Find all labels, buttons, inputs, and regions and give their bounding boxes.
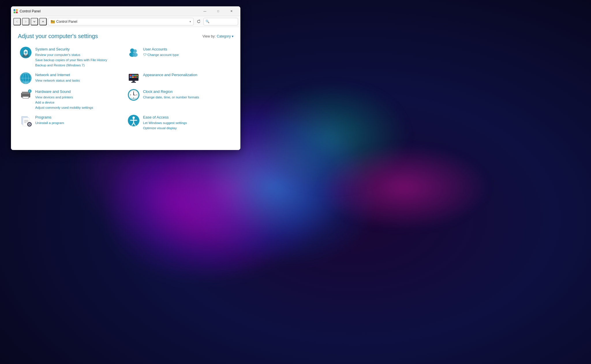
address-input[interactable]: Control Panel ▾: [48, 18, 194, 25]
programs-title[interactable]: Programs: [35, 115, 64, 120]
user-accounts-icon: [128, 46, 140, 59]
hardware-sound-link-0[interactable]: View devices and printers: [35, 95, 93, 100]
window-icon: [13, 9, 18, 14]
category-programs[interactable]: Programs Uninstall a program: [18, 113, 126, 132]
close-button[interactable]: ✕: [225, 6, 238, 16]
page-title: Adjust your computer's settings: [18, 33, 98, 40]
categories-grid: System and Security Review your computer…: [18, 45, 233, 132]
svg-rect-35: [131, 82, 136, 83]
hardware-sound-link-2[interactable]: Adjust commonly used mobility settings: [35, 105, 93, 110]
svg-rect-10: [23, 55, 29, 57]
address-text: Control Panel: [56, 20, 77, 24]
user-accounts-link-0[interactable]: 🛡 Change account type: [143, 52, 179, 57]
network-internet-link-0[interactable]: View network status and tasks: [35, 78, 80, 83]
content-area: Adjust your computer's settings View by:…: [11, 27, 240, 150]
window-controls: — □ ✕: [198, 6, 238, 16]
control-panel-window: Control Panel — □ ✕: [11, 6, 240, 150]
svg-rect-2: [14, 12, 15, 13]
clock-region-icon: [128, 89, 140, 101]
svg-rect-1: [16, 9, 18, 11]
address-chevron-icon[interactable]: ▾: [190, 20, 191, 23]
address-bar: Control Panel ▾ 🔍: [11, 16, 240, 27]
ease-of-access-link-0[interactable]: Let Windows suggest settings: [143, 121, 187, 125]
svg-rect-33: [130, 78, 138, 80]
view-by-label: View by:: [203, 34, 216, 38]
svg-rect-39: [23, 97, 28, 98]
svg-point-51: [133, 95, 134, 95]
view-by-control: View by: Category ▾: [203, 34, 233, 38]
svg-rect-27: [134, 75, 136, 76]
up-button[interactable]: [39, 18, 47, 25]
page-header: Adjust your computer's settings View by:…: [18, 33, 233, 40]
clock-region-link-0[interactable]: Change date, time, or number formats: [143, 95, 199, 100]
clock-region-title[interactable]: Clock and Region: [143, 89, 199, 94]
svg-rect-0: [14, 9, 15, 11]
category-appearance[interactable]: Appearance and Personalization: [126, 71, 234, 85]
title-bar: Control Panel — □ ✕: [11, 6, 240, 16]
ease-of-access-text: Ease of Access Let Windows suggest setti…: [143, 115, 187, 130]
svg-point-15: [132, 53, 138, 57]
svg-point-40: [28, 89, 31, 93]
hardware-sound-title[interactable]: Hardware and Sound: [35, 89, 93, 94]
programs-text: Programs Uninstall a program: [35, 115, 64, 125]
system-security-title[interactable]: System and Security: [35, 47, 107, 52]
user-accounts-text: User Accounts 🛡 Change account type: [143, 46, 179, 57]
ease-of-access-link-1[interactable]: Optimize visual display: [143, 126, 187, 130]
window-title: Control Panel: [20, 9, 198, 13]
network-internet-title[interactable]: Network and Internet: [35, 73, 80, 78]
svg-rect-29: [130, 76, 132, 78]
category-network-internet[interactable]: Network and Internet View network status…: [18, 71, 126, 85]
programs-link-0[interactable]: Uninstall a program: [35, 121, 64, 125]
hardware-sound-text: Hardware and Sound View devices and prin…: [35, 89, 93, 110]
svg-rect-7: [53, 21, 54, 22]
svg-rect-6: [51, 21, 53, 22]
appearance-icon: [128, 72, 140, 84]
category-user-accounts[interactable]: User Accounts 🛡 Change account type: [126, 45, 234, 69]
network-internet-text: Network and Internet View network status…: [35, 72, 80, 83]
minimize-button[interactable]: —: [198, 6, 212, 16]
address-folder-icon: [51, 19, 55, 24]
network-internet-icon: [20, 72, 32, 84]
svg-rect-25: [130, 75, 132, 76]
appearance-title[interactable]: Appearance and Personalization: [143, 73, 197, 78]
recent-locations-button[interactable]: [31, 18, 38, 25]
ease-of-access-icon: [128, 115, 140, 127]
category-hardware-sound[interactable]: Hardware and Sound View devices and prin…: [18, 88, 126, 111]
ease-of-access-title[interactable]: Ease of Access: [143, 115, 187, 120]
svg-rect-26: [132, 75, 134, 76]
svg-point-14: [133, 49, 137, 53]
hardware-sound-link-1[interactable]: Add a device: [35, 100, 93, 105]
system-security-link-2[interactable]: Backup and Restore (Windows 7): [35, 63, 107, 67]
svg-rect-28: [136, 75, 138, 76]
search-icon: 🔍: [205, 20, 210, 23]
appearance-text: Appearance and Personalization: [143, 72, 197, 78]
svg-rect-30: [132, 76, 134, 78]
search-box[interactable]: 🔍: [203, 18, 238, 25]
svg-rect-32: [136, 76, 138, 78]
category-system-security[interactable]: System and Security Review your computer…: [18, 45, 126, 69]
svg-point-11: [25, 51, 27, 54]
svg-rect-22: [23, 82, 25, 82]
clock-region-text: Clock and Region Change date, time, or n…: [143, 89, 199, 100]
system-security-text: System and Security Review your computer…: [35, 46, 107, 67]
refresh-button[interactable]: [195, 18, 202, 25]
forward-button[interactable]: [22, 18, 29, 25]
svg-rect-34: [132, 81, 135, 82]
category-clock-region[interactable]: Clock and Region Change date, time, or n…: [126, 88, 234, 111]
maximize-button[interactable]: □: [212, 6, 225, 16]
system-security-link-0[interactable]: Review your computer's status: [35, 52, 107, 57]
back-button[interactable]: [13, 18, 21, 25]
svg-rect-5: [51, 20, 53, 21]
system-security-icon: [20, 46, 32, 59]
svg-rect-31: [134, 76, 136, 78]
programs-icon: [20, 115, 32, 127]
category-ease-of-access[interactable]: Ease of Access Let Windows suggest setti…: [126, 113, 234, 132]
svg-rect-3: [16, 12, 18, 13]
system-security-link-1[interactable]: Save backup copies of your files with Fi…: [35, 58, 107, 62]
view-by-dropdown[interactable]: Category ▾: [217, 34, 233, 38]
hardware-sound-icon: [20, 89, 32, 101]
user-accounts-title[interactable]: User Accounts: [143, 47, 179, 52]
svg-point-60: [29, 124, 30, 125]
